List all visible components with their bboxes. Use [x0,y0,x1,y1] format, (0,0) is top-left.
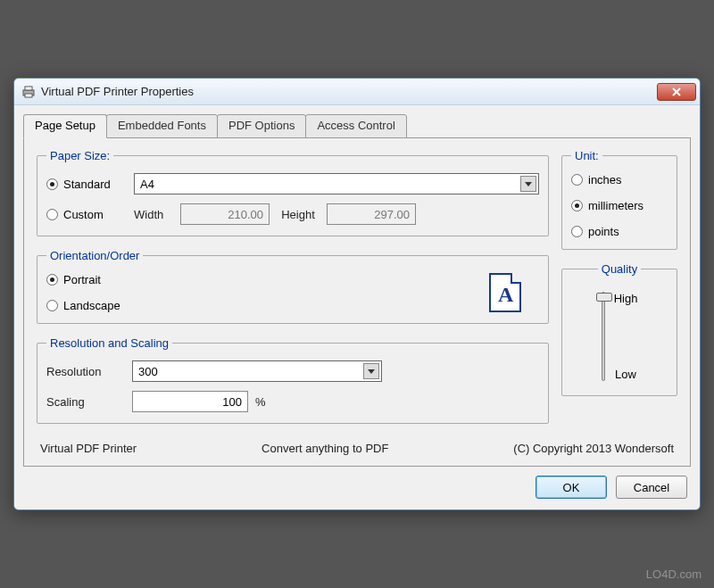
radio-label: Portrait [63,273,101,286]
tab-embedded-fonts[interactable]: Embedded Fonts [106,114,218,138]
ok-button[interactable]: OK [536,476,607,499]
radio-icon [46,178,58,190]
radio-inches[interactable]: inches [571,173,668,186]
unit-legend: Unit: [571,149,602,162]
radio-label: Custom [63,208,104,221]
select-value: 300 [138,365,158,378]
radio-portrait[interactable]: Portrait [46,273,120,286]
chevron-down-icon [520,176,536,192]
tab-strip: Page Setup Embedded Fonts PDF Options Ac… [23,114,691,138]
radio-standard[interactable]: Standard [46,178,127,191]
tab-panel: Paper Size: Standard A4 [23,137,691,467]
height-label: Height [277,208,320,221]
radio-icon [46,274,58,286]
cancel-button[interactable]: Cancel [616,476,687,499]
window-title: Virtual PDF Printer Properties [41,85,657,98]
scaling-value: 100 [222,395,242,409]
close-icon [672,87,681,96]
radio-label: inches [588,173,622,186]
tagline: Convert anything to PDF [262,442,388,455]
orientation-group: Orientation/Order Portrait Landscape [37,249,549,324]
orientation-preview-icon: A [489,273,521,312]
dialog-window: Virtual PDF Printer Properties Page Setu… [13,78,701,510]
radio-custom[interactable]: Custom [46,208,127,221]
radio-millimeters[interactable]: millimeters [571,199,668,212]
resolution-group: Resolution and Scaling Resolution 300 Sc… [37,336,549,424]
height-input[interactable]: 297.00 [327,203,416,225]
tab-access-control[interactable]: Access Control [305,114,406,138]
resolution-legend: Resolution and Scaling [46,336,172,350]
paper-size-legend: Paper Size: [46,149,113,162]
scaling-input[interactable]: 100 [132,391,248,412]
footer-info: Virtual PDF Printer Convert anything to … [37,436,677,457]
orientation-legend: Orientation/Order [46,249,143,262]
titlebar: Virtual PDF Printer Properties [14,79,700,105]
resolution-select[interactable]: 300 [132,360,382,382]
watermark: LO4D.com [646,567,702,581]
quality-group: Quality High Low [561,262,677,396]
printer-icon [21,85,36,99]
svg-rect-2 [25,94,32,97]
width-value: 210.00 [228,208,263,221]
radio-icon [46,209,58,220]
radio-icon [46,300,58,311]
tab-pdf-options[interactable]: PDF Options [217,114,306,138]
copyright: (C) Copyright 2013 Wondersoft [513,442,674,455]
radio-label: Landscape [63,299,120,312]
radio-label: millimeters [588,199,643,212]
product-name: Virtual PDF Printer [40,442,137,455]
slider-thumb[interactable] [596,293,612,302]
quality-low-label: Low [614,368,638,381]
radio-icon [571,200,583,211]
radio-landscape[interactable]: Landscape [46,299,120,312]
paper-size-group: Paper Size: Standard A4 [37,149,549,236]
paper-size-select[interactable]: A4 [134,173,539,195]
height-value: 297.00 [374,208,410,221]
glyph-a-icon: A [498,283,513,307]
radio-label: points [588,225,619,238]
radio-icon [571,226,583,237]
client-area: Page Setup Embedded Fonts PDF Options Ac… [14,105,700,509]
unit-group: Unit: inches millimeters [561,149,677,250]
quality-legend: Quality [598,262,641,276]
resolution-label: Resolution [46,365,125,378]
svg-rect-1 [25,87,32,90]
radio-label: Standard [63,178,111,191]
tab-page-setup[interactable]: Page Setup [23,114,107,138]
dialog-buttons: OK Cancel [23,476,691,499]
quality-high-label: High [614,292,638,305]
close-button[interactable] [657,83,696,101]
quality-slider[interactable] [602,292,605,381]
select-value: A4 [140,178,154,191]
percent-label: % [255,395,266,409]
scaling-label: Scaling [46,395,125,409]
radio-icon [571,174,583,186]
radio-points[interactable]: points [571,225,668,238]
chevron-down-icon [363,363,379,379]
width-label: Width [134,208,173,221]
width-input[interactable]: 210.00 [180,203,270,225]
